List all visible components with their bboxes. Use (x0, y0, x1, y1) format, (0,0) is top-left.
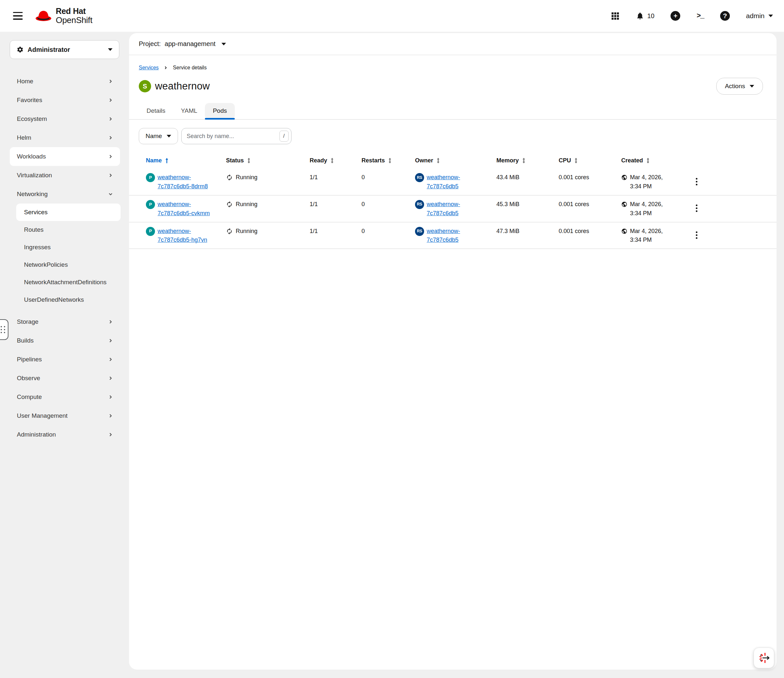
sidebar-item-pipelines[interactable]: Pipelines (10, 350, 120, 369)
sidebar-item-compute[interactable]: Compute (10, 387, 120, 406)
search-input[interactable] (187, 133, 279, 140)
menu-toggle-icon[interactable] (13, 12, 23, 20)
tab-details[interactable]: Details (139, 103, 173, 119)
column-header-created[interactable]: Created (621, 157, 690, 164)
pod-ready: 1/1 (310, 173, 362, 182)
filter-toolbar: Name / (129, 120, 776, 144)
sidebar-item-networkpolicies[interactable]: NetworkPolicies (16, 256, 121, 274)
notifications-button[interactable]: 10 (636, 12, 654, 20)
terminal-icon: >_ (697, 12, 704, 20)
filter-type-dropdown[interactable]: Name (139, 128, 178, 144)
actions-button[interactable]: Actions (716, 78, 763, 95)
brand-logo: Red Hat OpenShift (35, 6, 92, 25)
user-menu[interactable]: admin (746, 12, 773, 20)
column-header-name[interactable]: Name (146, 157, 226, 164)
sort-icon (330, 158, 334, 163)
pod-resource-badge: P (146, 173, 155, 182)
sidebar-item-home[interactable]: Home (10, 72, 120, 91)
lightspeed-assistant-button[interactable] (753, 647, 774, 668)
pod-restarts: 0 (362, 173, 415, 182)
sidebar-item-ecosystem[interactable]: Ecosystem (10, 110, 120, 128)
pod-status: Running (236, 227, 257, 236)
breadcrumb-link-services[interactable]: Services (139, 65, 159, 71)
web-terminal-button[interactable]: >_ (697, 12, 704, 20)
sidebar-item-userdefinednetworks[interactable]: UserDefinedNetworks (16, 291, 121, 308)
pod-memory: 45.3 MiB (496, 200, 559, 209)
masthead: Red Hat OpenShift 10 + >_ ? admin (0, 0, 784, 32)
sidebar-item-virtualization[interactable]: Virtualization (10, 166, 120, 185)
column-header-ready[interactable]: Ready (310, 157, 362, 164)
column-header-restarts[interactable]: Restarts (362, 157, 415, 164)
sidebar-item-favorites[interactable]: Favorites (10, 91, 120, 110)
owner-link[interactable]: weathernow-7c787c6db5 (427, 200, 475, 218)
chevron-down-icon (108, 192, 113, 196)
chevron-right-icon (108, 79, 113, 84)
sort-icon (574, 158, 578, 163)
pod-status: Running (236, 200, 257, 209)
apps-grid-icon (611, 12, 620, 20)
pods-table: Name Status Ready Restarts Owner Memory (129, 154, 776, 249)
brand-name: Red Hat (56, 6, 92, 16)
red-hat-fedora-icon (35, 10, 52, 22)
row-kebab-menu[interactable] (690, 202, 703, 215)
pod-link[interactable]: weathernow-7c787c6db5-cvkmm (157, 200, 214, 218)
sidebar-item-administration[interactable]: Administration (10, 425, 120, 444)
sort-icon (522, 158, 525, 163)
pod-link[interactable]: weathernow-7c787c6db5-8drm8 (157, 173, 214, 191)
pod-memory: 47.3 MiB (496, 227, 559, 236)
chevron-right-icon (108, 117, 113, 121)
sidebar-resize-handle[interactable] (0, 319, 8, 340)
pod-link[interactable]: weathernow-7c787c6db5-hg7vn (157, 227, 214, 245)
owner-link[interactable]: weathernow-7c787c6db5 (427, 227, 475, 245)
project-selector[interactable]: Project: app-management (129, 33, 776, 55)
sidebar-item-helm[interactable]: Helm (10, 128, 120, 147)
pod-ready: 1/1 (310, 200, 362, 209)
pod-resource-badge: P (146, 200, 155, 209)
perspective-switcher[interactable]: Administrator (10, 40, 119, 59)
sync-running-icon (226, 228, 233, 235)
chevron-down-icon (768, 15, 773, 17)
sort-icon (646, 158, 650, 163)
slash-shortcut-hint: / (279, 131, 288, 142)
tab-yaml[interactable]: YAML (173, 103, 205, 119)
chevron-right-icon (108, 414, 113, 418)
sidebar-item-routes[interactable]: Routes (16, 221, 121, 238)
pod-status: Running (236, 173, 257, 182)
plus-circle-icon: + (670, 11, 680, 21)
pod-resource-badge: P (146, 227, 155, 236)
tab-pods[interactable]: Pods (205, 103, 234, 119)
pod-restarts: 0 (362, 227, 415, 236)
lightspeed-icon (758, 652, 770, 664)
table-row: P weathernow-7c787c6db5-hg7vn Running 1/… (129, 222, 776, 249)
row-kebab-menu[interactable] (690, 229, 703, 242)
column-header-memory[interactable]: Memory (496, 157, 559, 164)
perspective-label: Administrator (28, 46, 104, 53)
sidebar-item-workloads[interactable]: Workloads (10, 147, 120, 166)
chevron-right-icon (108, 395, 113, 399)
sort-icon (436, 158, 440, 163)
sidebar-item-ingresses[interactable]: Ingresses (16, 238, 121, 256)
app-launcher-button[interactable] (611, 12, 620, 20)
column-header-owner[interactable]: Owner (415, 157, 496, 164)
globe-timestamp-icon (621, 228, 627, 234)
sidebar-item-networkattachmentdefinitions[interactable]: NetworkAttachmentDefinitions (16, 274, 121, 291)
owner-link[interactable]: weathernow-7c787c6db5 (427, 173, 475, 191)
sidebar-item-builds[interactable]: Builds (10, 331, 120, 350)
chevron-right-icon (108, 135, 113, 140)
help-button[interactable]: ? (720, 11, 730, 21)
replicaset-resource-badge: RS (415, 200, 424, 209)
sync-running-icon (226, 174, 233, 181)
sidebar-item-storage[interactable]: Storage (10, 313, 120, 331)
quick-create-button[interactable]: + (670, 11, 680, 21)
table-row: P weathernow-7c787c6db5-cvkmm Running 1/… (129, 196, 776, 222)
tab-bar: Details YAML Pods (129, 95, 776, 120)
sidebar-item-networking[interactable]: Networking (10, 185, 120, 204)
pod-restarts: 0 (362, 200, 415, 209)
sidebar-item-services[interactable]: Services (16, 204, 121, 221)
sidebar-item-observe[interactable]: Observe (10, 369, 120, 387)
project-label: Project: (139, 40, 161, 48)
column-header-status[interactable]: Status (226, 157, 310, 164)
column-header-cpu[interactable]: CPU (559, 157, 621, 164)
row-kebab-menu[interactable] (690, 175, 703, 188)
sidebar-item-user-management[interactable]: User Management (10, 406, 120, 425)
